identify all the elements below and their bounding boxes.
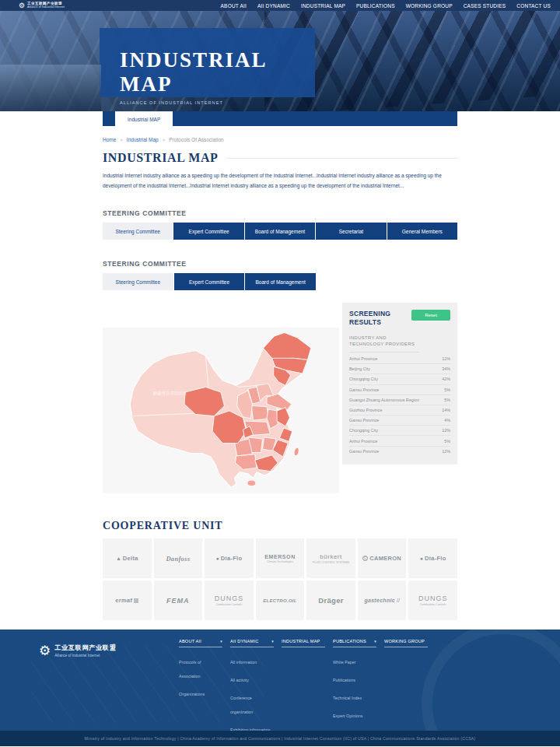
diaflo-dot-icon: ● [216, 556, 219, 561]
breadcrumb-separator: > [163, 138, 166, 142]
footer-logo: ⚙ 工业互联网产业联盟 Alliance of Industrial Inter… [39, 644, 116, 658]
partner-logo-draeger[interactable]: Dräger [306, 580, 355, 620]
screening-title: SCREENING RESULTS [349, 310, 396, 326]
partner-logo-diaflo[interactable]: ●Dia-Flo [408, 538, 457, 578]
title-divider [227, 158, 457, 159]
nav-industrial-map[interactable]: INDUSTRIAL MAP [301, 3, 345, 9]
screening-results-panel: SCREENING RESULTS Reset INDUSTRY AND TEC… [342, 303, 457, 465]
diaflo-dot-icon: ● [420, 556, 423, 561]
chevron-down-icon: ▾ [271, 639, 274, 644]
committee-section-2: STEERING COMMITTEE Steering Committee Ex… [103, 260, 457, 290]
footer-link[interactable]: Conference organization [230, 696, 253, 714]
chevron-down-icon: ▾ [220, 639, 222, 644]
tab-industrial-map[interactable]: Industrial MAP [115, 111, 173, 126]
gear-logo-icon: ⚙ [19, 2, 25, 9]
footer-col-publications: PUBLICATIONS▾ White Paper Publications T… [333, 639, 376, 731]
nav-cases-studies[interactable]: CASES STUDIES [464, 3, 506, 9]
hero-title: INDUSTRIAL MAP [120, 48, 315, 96]
chevron-down-icon: ▾ [374, 639, 376, 644]
screening-row[interactable]: Gansu Province5% [349, 385, 450, 395]
tab-general-members[interactable]: General Members [387, 223, 457, 240]
footer-link[interactable]: Protocols of Association [179, 660, 201, 679]
breadcrumb-industrial-map[interactable]: Industrial Map [127, 137, 159, 142]
footer-link[interactable]: All information [230, 660, 257, 665]
breadcrumb-home[interactable]: Home [103, 137, 116, 142]
screening-row[interactable]: Guizhou Province14% [349, 405, 450, 416]
screening-row[interactable]: Anhui Province12% [349, 354, 450, 364]
tab-expert-committee[interactable]: Expert Committee [173, 223, 243, 240]
partner-logo-danfoss[interactable]: Danfoss [154, 538, 203, 578]
cameron-c-icon: C [362, 556, 368, 561]
breadcrumb: Home > Industrial Map > Protocols Of Ass… [103, 137, 457, 142]
china-choropleth-map[interactable]: 新疆维吾尔自治区 [103, 328, 339, 493]
cooperative-unit-title: COOPERATIVE UNIT [103, 520, 457, 532]
section-heading: STEERING COMMITTEE [103, 209, 457, 217]
nav-aii-dynamic[interactable]: AII DYNAMIC [257, 3, 290, 9]
delta-triangle-icon: ▲ [116, 556, 121, 561]
partner-logo-dungs[interactable]: DUNGSCombustion Controls [408, 580, 457, 620]
reset-button[interactable]: Reset [411, 310, 450, 321]
partner-logo-ermaf[interactable]: ermaf [103, 580, 152, 620]
partner-logo-cameron[interactable]: CCAMERON [358, 538, 407, 578]
screening-row[interactable]: Guangxi Zhuang Autonomous Region5% [349, 395, 450, 405]
screening-row[interactable]: Gansu Province4% [349, 416, 450, 426]
section-heading: STEERING COMMITTEE [103, 260, 457, 268]
screening-row[interactable]: Chongqing City42% [349, 374, 450, 384]
footer-col-aii-dynamic: AII DYNAMIC▾ All information All activit… [230, 639, 274, 731]
page-title: INDUSTRIAL MAP [103, 151, 218, 165]
screening-subtitle: INDUSTRY AND TECHNOLOGY PROVIDERS [349, 335, 419, 352]
nav-about-aii[interactable]: ABOUT AII [221, 3, 247, 9]
tab-expert-committee[interactable]: Expert Committee [173, 273, 245, 290]
tab-secretariat[interactable]: Secretariat [315, 223, 386, 240]
screening-row[interactable]: Gansu Province12% [349, 447, 450, 457]
partner-logo-delta[interactable]: ▲Delta [103, 538, 152, 578]
tab-steering-committee[interactable]: Steering Committee [103, 223, 173, 240]
partner-logo-gastechnic[interactable]: gastechnic// [358, 580, 407, 620]
nav-working-group[interactable]: WORKING GROUP [406, 3, 453, 9]
footer-link[interactable]: Organizations [179, 692, 205, 696]
committee-tabs-1: Steering Committee Expert Committee Boar… [103, 223, 457, 240]
footer-link[interactable]: All activity [230, 678, 249, 682]
partner-logo-emerson[interactable]: EMERSONClimate Technologies [256, 538, 305, 578]
footer: ⚙ 工业互联网产业联盟 Alliance of Industrial Inter… [0, 630, 560, 731]
map-region-label: 新疆维吾尔自治区 [153, 391, 187, 397]
partner-logo-diaflo[interactable]: ●Dia-Flo [205, 538, 254, 578]
page-description: Industrial Internet industry alliance as… [103, 171, 457, 191]
map-and-results: 新疆维吾尔自治区 SCREENING RESULTS Reset INDUSTR… [103, 303, 457, 493]
tabstrip-bar: Industrial MAP [103, 111, 457, 126]
header-logo[interactable]: ⚙ 工业互联网产业联盟 Alliance of Industrial Inter… [19, 2, 65, 9]
china-map-svg: 新疆维吾尔自治区 [123, 328, 319, 493]
ermaf-square-icon [134, 598, 138, 603]
partner-logo-burkert[interactable]: bürkertFLUID CONTROL SYSTEMS [306, 538, 355, 578]
main-content: Home > Industrial Map > Protocols Of Ass… [103, 137, 457, 620]
breadcrumb-current: Protocols Of Association [169, 137, 223, 142]
footer-col-industrial-map: INDUSTRIAL MAP [282, 639, 325, 731]
footer-col-working-group: WORKING GROUP [384, 639, 428, 731]
nav-contact-us[interactable]: CONTACT US [516, 3, 551, 9]
footer-link[interactable]: Technical Index [333, 696, 362, 700]
top-navbar: ⚙ 工业互联网产业联盟 Alliance of Industrial Inter… [0, 0, 560, 11]
tab-steering-committee[interactable]: Steering Committee [103, 273, 173, 290]
footer-link[interactable]: White Paper [333, 660, 356, 665]
breadcrumb-separator: > [120, 138, 123, 142]
screening-row[interactable]: Chongqing City12% [349, 426, 450, 436]
footer-link[interactable]: Expert Opinions [333, 714, 362, 718]
partner-logo-fema[interactable]: FEMA [154, 580, 203, 620]
footer-bottom-bar: Ministry of Industry and Information Tec… [0, 731, 560, 746]
hero-banner: INDUSTRIAL MAP ALLIANCE OF INDUSTRIAL IN… [0, 11, 560, 111]
footer-link[interactable]: Exhibition information [230, 728, 271, 731]
footer-columns-row1: ABOUT AII▾ Protocols of Association Orga… [179, 639, 560, 731]
screening-list: Anhui Province12% Beijing City34% Chongq… [349, 354, 450, 457]
tab-board-of-management[interactable]: Board of Management [244, 273, 316, 290]
footer-link[interactable]: Publications [333, 678, 355, 682]
partner-logo-dungs[interactable]: DUNGSCombustion Controls [205, 580, 254, 620]
footer-col-about-aii: ABOUT AII▾ Protocols of Association Orga… [179, 639, 222, 731]
gastechnic-slashes-icon: // [397, 598, 400, 603]
footer-logo-cn: 工业互联网产业联盟 [54, 644, 116, 652]
tab-board-of-management[interactable]: Board of Management [244, 223, 315, 240]
nav-publications[interactable]: PUBLICATIONS [356, 3, 395, 9]
screening-row[interactable]: Beijing City34% [349, 364, 450, 374]
partner-logo-electro-oil[interactable]: ELECTRO.OIL [256, 580, 305, 620]
screening-row[interactable]: Anhui Province5% [349, 436, 450, 446]
footer-logo-en: Alliance of Industrial Internet [54, 654, 116, 658]
